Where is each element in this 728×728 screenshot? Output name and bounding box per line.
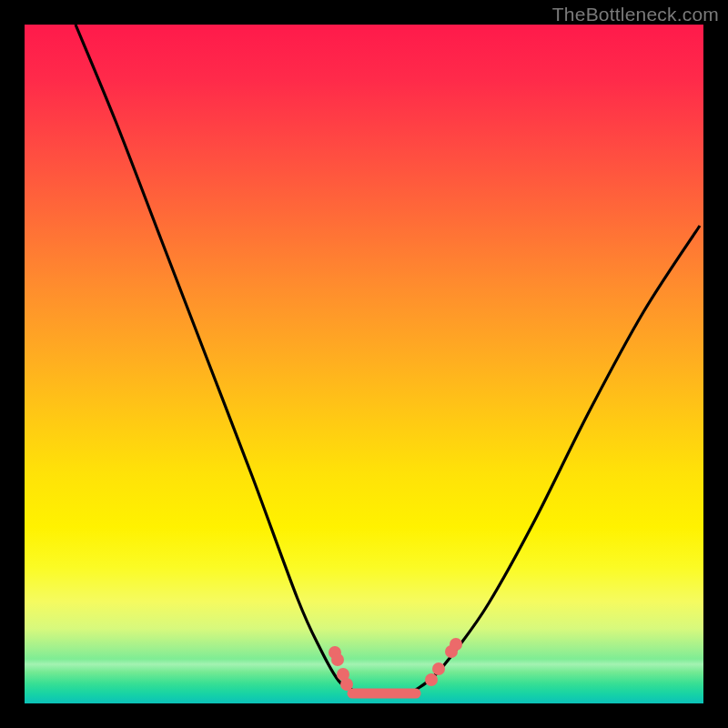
chart-frame: TheBottleneck.com (0, 0, 728, 728)
highlight-dot (331, 653, 344, 666)
bottleneck-curve-svg (25, 25, 703, 703)
highlight-dot (340, 678, 353, 691)
highlight-dot (450, 638, 462, 651)
highlight-dots (329, 638, 462, 691)
curve-left (76, 25, 352, 690)
watermark-text: TheBottleneck.com (552, 4, 719, 25)
highlight-dot (425, 673, 438, 686)
highlight-dot (432, 662, 445, 675)
curve-right (416, 226, 700, 690)
plot-area (25, 25, 703, 703)
